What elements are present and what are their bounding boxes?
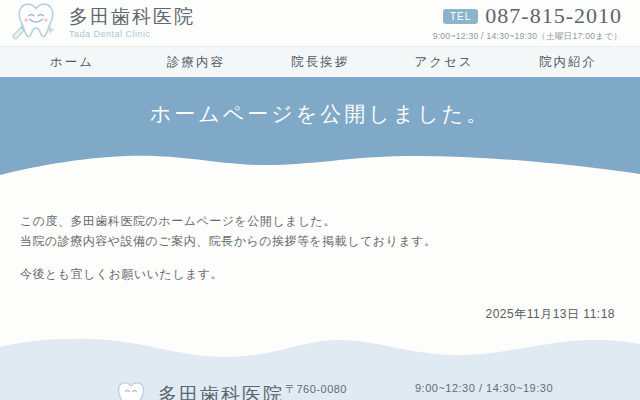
nav-item-access[interactable]: アクセス <box>382 47 506 77</box>
header-contact: TEL 087-815-2010 9:00~12:30 / 14:30~19:3… <box>433 3 622 43</box>
brand-home-link[interactable]: 多田歯科医院 Tada Dental Clinic <box>10 1 195 45</box>
phone-number: 087-815-2010 <box>485 3 622 29</box>
footer-wave-divider <box>0 335 640 363</box>
tooth-logo-icon <box>10 1 62 45</box>
opening-hours-note: 9:00~12:30 / 14:30~19:30（土曜日17:00まで） <box>433 31 622 43</box>
footer-tooth-logo-icon <box>112 380 150 400</box>
clinic-name-en: Tada Dental Clinic <box>69 29 195 39</box>
nav-item-clinic-tour[interactable]: 院内紹介 <box>506 47 630 77</box>
nav-item-services[interactable]: 診療内容 <box>134 47 258 77</box>
article-paragraph: この度、多田歯科医院のホームページを公開しました。 当院の診療内容や設備のご案内… <box>20 211 615 251</box>
hero-banner: ホームページを公開しました。 <box>0 77 640 151</box>
article-line: 当院の診療内容や設備のご案内、院長からの挨拶等を掲載しております。 <box>20 231 615 251</box>
site-header: 多田歯科医院 Tada Dental Clinic TEL 087-815-20… <box>0 0 640 46</box>
hero-section: ホームページを公開しました。 <box>0 77 640 179</box>
nav-item-home[interactable]: ホーム <box>10 47 134 77</box>
hero-wave-divider <box>0 151 640 179</box>
site-footer: 多田歯科医院 〒760-0080 9:00~12:30 / 14:30~19:3… <box>0 335 640 400</box>
footer-clinic-name: 多田歯科医院 <box>158 382 284 400</box>
footer-body: 多田歯科医院 〒760-0080 9:00~12:30 / 14:30~19:3… <box>0 363 640 400</box>
footer-hours: 9:00~12:30 / 14:30~19:30 <box>415 382 553 394</box>
post-date: 2025年11月13日 11:18 <box>20 306 615 323</box>
article-body: この度、多田歯科医院のホームページを公開しました。 当院の診療内容や設備のご案内… <box>0 179 640 323</box>
tel-badge: TEL <box>443 9 478 24</box>
article-line: 今後とも宜しくお願いいたします。 <box>20 264 615 284</box>
page: 多田歯科医院 Tada Dental Clinic TEL 087-815-20… <box>0 0 640 400</box>
nav-item-director-greeting[interactable]: 院長挨拶 <box>258 47 382 77</box>
clinic-name: 多田歯科医院 <box>69 7 195 28</box>
footer-postal-code: 〒760-0080 <box>285 382 347 397</box>
brand-text: 多田歯科医院 Tada Dental Clinic <box>69 7 195 40</box>
main-nav: ホーム 診療内容 院長挨拶 アクセス 院内紹介 <box>0 46 640 77</box>
page-title: ホームページを公開しました。 <box>150 100 490 128</box>
article-paragraph: 今後とも宜しくお願いいたします。 <box>20 264 615 284</box>
tel-line: TEL 087-815-2010 <box>433 3 622 29</box>
article-line: この度、多田歯科医院のホームページを公開しました。 <box>20 211 615 231</box>
